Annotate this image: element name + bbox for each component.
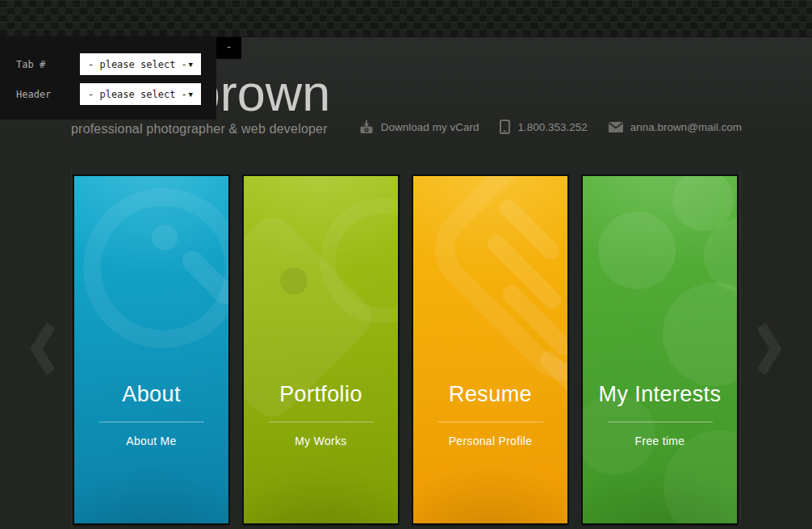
- phone-label: 1.800.353.252: [517, 121, 587, 133]
- card-light-overlay: [244, 176, 398, 523]
- card-divider: [438, 422, 543, 422]
- card-content: Portfolio My Works: [244, 380, 398, 447]
- card-light-overlay: [413, 176, 567, 523]
- card-light-overlay: [583, 176, 737, 523]
- card-subtitle: Free time: [583, 435, 737, 447]
- header-select-value: - please select -: [88, 89, 187, 100]
- card-subtitle: About Me: [74, 435, 228, 447]
- card-about[interactable]: About About Me: [74, 176, 228, 523]
- card-content: Resume Personal Profile: [413, 380, 567, 447]
- download-vcard-label: Download my vCard: [381, 121, 479, 133]
- card-subtitle: My Works: [244, 435, 398, 447]
- card-resume[interactable]: Resume Personal Profile: [413, 176, 567, 523]
- carousel-frame-right: [740, 170, 741, 526]
- contact-strip: Download my vCard 1.800.353.252 anna.bro…: [359, 120, 742, 134]
- header-select-label: Header: [16, 89, 80, 100]
- panel-minimize-button[interactable]: -: [216, 37, 241, 59]
- card-subtitle: Personal Profile: [413, 435, 567, 447]
- card-divider: [269, 422, 374, 422]
- download-vcard-link[interactable]: Download my vCard: [359, 120, 479, 134]
- tab-number-select[interactable]: - please select - ▼: [80, 53, 201, 75]
- previous-slide-button[interactable]: [30, 321, 54, 380]
- card-light-overlay: [74, 176, 228, 523]
- chevron-down-icon: ▼: [189, 90, 193, 99]
- page-subtitle: professional photographer & web develope…: [71, 122, 328, 136]
- chevron-left-icon: [30, 321, 54, 376]
- tab-number-select-value: - please select -: [88, 59, 187, 70]
- card-carousel: About About Me Portfolio My Works Resume: [74, 176, 737, 523]
- tab-number-label: Tab #: [16, 59, 80, 70]
- chevron-down-icon: ▼: [189, 61, 193, 69]
- carousel-frame-left: [71, 170, 72, 526]
- card-divider: [99, 422, 204, 422]
- carbon-texture-bar: [0, 0, 812, 37]
- card-content: About About Me: [74, 380, 228, 447]
- download-icon: [359, 120, 374, 134]
- phone-number[interactable]: 1.800.353.252: [500, 120, 587, 134]
- card-my-interests[interactable]: My Interests Free time: [583, 176, 737, 523]
- next-slide-button[interactable]: [758, 321, 782, 380]
- card-title: About: [74, 380, 228, 409]
- chevron-right-icon: [758, 321, 782, 376]
- card-divider: [608, 422, 713, 422]
- tab-number-row: Tab # - please select - ▼: [16, 53, 216, 75]
- card-title: Portfolio: [244, 380, 398, 409]
- card-portfolio[interactable]: Portfolio My Works: [244, 176, 398, 523]
- header-row: Header - please select - ▼: [16, 83, 216, 105]
- card-title: My Interests: [583, 380, 737, 409]
- admin-settings-panel: Tab # - please select - ▼ Header - pleas…: [0, 37, 216, 120]
- card-title: Resume: [413, 380, 567, 409]
- phone-icon: [500, 120, 510, 134]
- mail-icon: [609, 122, 623, 132]
- email-label: anna.brown@mail.com: [630, 121, 742, 133]
- email-link[interactable]: anna.brown@mail.com: [609, 121, 742, 133]
- header-select[interactable]: - please select - ▼: [80, 83, 201, 105]
- card-content: My Interests Free time: [583, 380, 737, 447]
